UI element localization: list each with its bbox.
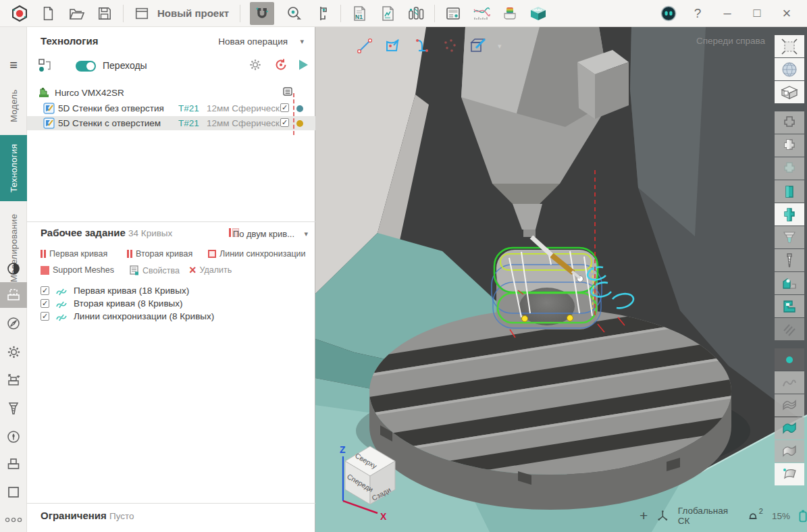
graphs-button[interactable] [473,5,490,22]
curve-checkbox[interactable]: ✓ [41,286,49,295]
coolant-gauge-button[interactable] [0,425,27,448]
measure-tape-button[interactable] [285,5,303,22]
show-fixture-cone-button[interactable] [775,226,804,248]
operations-list-icon[interactable] [282,86,293,100]
isometric-view-button[interactable] [775,81,804,103]
curve-checkbox[interactable]: ✓ [41,299,49,308]
fit-to-screen-button[interactable] [775,35,804,57]
machine-node[interactable]: Hurco VMX42SR [38,86,124,99]
notifications-bell[interactable]: 2 [747,510,763,522]
legend-second-curve[interactable]: Вторая кривая [127,249,192,259]
nc-code-button[interactable]: N1 [350,5,368,22]
bell-icon [747,510,759,522]
maximize-button[interactable]: □ [747,6,767,20]
show-workpiece-wireframe-button[interactable] [775,111,804,134]
show-workzone-flags-button[interactable] [775,463,804,485]
curve-list-item[interactable]: ✓ Линии синхронизации (8 Кривых) [41,311,214,321]
legend-support-meshes[interactable]: Support Meshes [41,265,114,275]
show-fixtures-button[interactable] [775,272,804,294]
operation-row-selected[interactable]: 5D Стенки с отверстием T#21 12мм Сфериче… [27,116,315,130]
new-operation-dropdown[interactable]: Новая операция [218,36,288,47]
legend-label: Support Meshes [53,265,114,275]
transitions-label: Переходы [103,60,147,71]
coordinate-system-label[interactable]: Глобальная СК [678,506,738,526]
close-button[interactable]: × [777,5,797,22]
job-mode-dropdown[interactable]: По двум крив... [233,229,294,239]
compass-icon[interactable] [0,312,27,335]
part-button[interactable] [0,452,27,475]
main-menu-button[interactable]: ≡ [0,55,27,74]
new-operation-caret-icon[interactable]: ▾ [300,37,304,46]
tab-technology[interactable]: Технология [0,135,27,201]
open-project-button[interactable] [68,5,85,22]
operation-status-dot [296,119,304,128]
new-file-button[interactable] [39,5,57,22]
axis-z-label: Z [340,444,346,455]
settings-gear-button[interactable] [0,340,27,363]
legend-first-curve[interactable]: Первая кривая [41,249,107,259]
legend-label: Первая кривая [49,249,107,259]
operation-checkbox[interactable]: ✓ [280,103,289,112]
select-curve-tool[interactable] [384,37,402,55]
tree-structure-icon[interactable] [38,58,53,76]
properties-button[interactable]: Свойства [130,265,180,275]
more-pages-dots[interactable] [0,512,27,528]
transitions-toggle[interactable] [76,61,96,72]
help-button[interactable]: ? [687,6,708,21]
select-points-tool[interactable] [441,37,459,55]
render-mode-sphere-button[interactable] [775,58,804,80]
viewport-3d[interactable]: Z X Сверху Спереди Сзади [315,27,807,532]
show-machine-button[interactable] [775,295,804,317]
caliper-button[interactable] [313,5,331,22]
save-button[interactable] [96,5,113,22]
edit-sketch-tool[interactable] [469,37,487,55]
select-line-tool[interactable] [356,37,373,55]
workpiece-button[interactable] [0,282,27,308]
delete-button[interactable]: × Удалить [189,265,232,275]
sketch-dropdown-caret-icon[interactable]: ▾ [498,42,502,51]
add-cs-button[interactable]: + [640,508,648,524]
tool-library-button[interactable] [407,5,425,22]
show-workpiece-shaded-button[interactable] [775,134,804,157]
select-path-tool[interactable] [413,37,430,55]
project-window-icon [133,5,151,22]
show-stock-result-button[interactable] [775,203,804,225]
show-hatching-button[interactable] [775,318,804,340]
notification-count: 2 [759,507,763,515]
show-meshes-button[interactable] [775,440,804,462]
app-logo-icon [11,5,28,22]
operation-settings-gear-button[interactable] [249,58,262,74]
assistant-robot-button[interactable] [660,5,677,22]
show-surfaces-wire-button[interactable] [775,394,804,417]
material-removal-button[interactable] [501,5,519,22]
fixture-box-button[interactable] [0,481,27,504]
recalculate-button[interactable] [274,58,288,74]
legend-sync-lines[interactable]: Линии синхронизации [208,249,306,259]
operation-checkbox[interactable]: ✓ [280,118,289,127]
run-simulation-button[interactable] [296,58,310,74]
operation-5d-icon [43,103,55,116]
curve-list-item[interactable]: ✓ Первая кривая (18 Кривых) [41,286,189,296]
minimize-button[interactable]: – [717,5,737,21]
toolbar-gap [775,104,804,111]
show-curves-button[interactable] [775,371,804,394]
show-points-button[interactable] [775,348,804,371]
job-mode-caret-icon[interactable]: ▾ [304,230,308,238]
tab-model[interactable]: Модель [0,82,27,130]
show-surfaces-shaded-button[interactable] [775,417,804,440]
tolerance-icon[interactable] [0,258,27,280]
show-workpiece-transparent-button[interactable] [775,157,804,180]
report-button[interactable] [379,5,396,22]
tool-button[interactable] [0,397,27,420]
curve-list-item[interactable]: ✓ Вторая кривая (8 Кривых) [41,298,183,309]
operation-tool: T#21 [178,118,199,128]
operation-row[interactable]: 5D Стенки без отверстия T#21 12мм Сферич… [27,101,315,115]
calculator-button[interactable] [444,5,462,22]
snap-magnet-button[interactable] [250,2,274,25]
show-stock-solid-button[interactable] [775,180,804,203]
show-tool-button[interactable] [775,249,804,271]
simulation-button[interactable] [529,5,547,22]
support-meshes-icon [41,266,49,275]
stock-transform-button[interactable] [0,369,27,392]
curve-checkbox[interactable]: ✓ [41,312,49,321]
